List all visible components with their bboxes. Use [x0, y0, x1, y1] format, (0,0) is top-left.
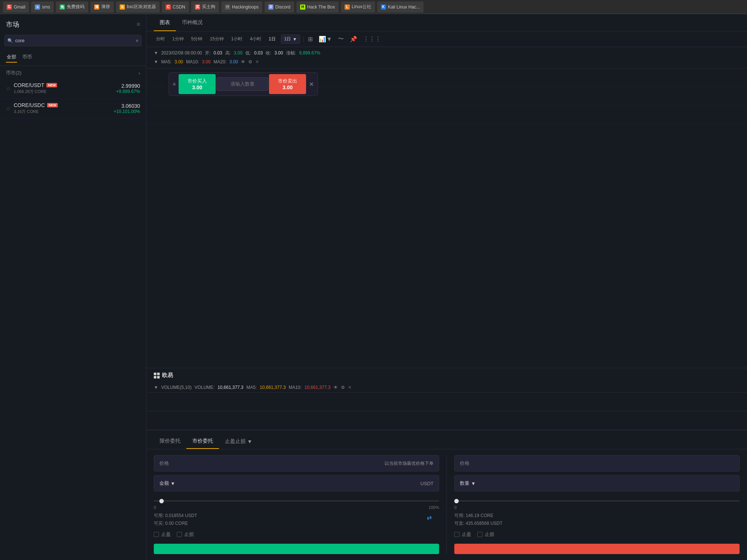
tab-maitugo[interactable]: 买 买土狗 — [191, 1, 219, 13]
sell-stop-profit-box[interactable] — [454, 532, 459, 537]
tab-sms[interactable]: s sms — [31, 1, 54, 13]
tab-csdn[interactable]: C CSDN — [162, 1, 189, 13]
tab-gmail[interactable]: G Gmail — [3, 1, 29, 13]
time-btn-1m[interactable]: 1分钟 — [170, 35, 186, 43]
vol-label: VOLUME(5,10) — [161, 385, 192, 390]
market-item-core-usdt[interactable]: ☆ CORE/USDT NEW 1,066.28万 CORE 2.99990 +… — [0, 79, 146, 99]
tab-chart[interactable]: 图表 — [154, 14, 176, 31]
buy-slider-track[interactable] — [154, 500, 439, 501]
tab-hackthebox[interactable]: H Hack The Box — [296, 1, 339, 13]
market-item-right-1: 2.99990 +9,899.67% — [116, 83, 140, 94]
tab-limit-order[interactable]: 限价委托 — [154, 435, 186, 449]
tab-bibi[interactable]: 币币 — [21, 52, 33, 63]
buy-amount-dropdown[interactable]: 金额 ▼ — [159, 480, 175, 487]
menu-icon[interactable]: ≡ — [137, 21, 140, 28]
tab-bsc[interactable]: b bsc区块浏览器 — [116, 1, 160, 13]
pin-icon[interactable]: 📌 — [348, 35, 359, 43]
market-item-left-1: CORE/USDT NEW 1,066.28万 CORE — [14, 82, 116, 94]
market-buy-button[interactable]: 市价买入 3.00 — [179, 74, 216, 94]
price-chevron-icon[interactable]: ▼ — [154, 49, 158, 57]
chevron-right-icon[interactable]: › — [139, 70, 140, 76]
candlestick-icon[interactable]: ⊞ — [306, 35, 314, 43]
sell-amount-dropdown[interactable]: 数量 ▼ — [460, 480, 476, 487]
tab-linuxgongshe[interactable]: L Linux公社 — [341, 1, 375, 13]
sell-slider-thumb[interactable] — [454, 499, 459, 503]
indicator-dropdown-icon[interactable]: 📊▼ — [317, 35, 333, 43]
market-sell-button[interactable]: 市价卖出 3.00 — [269, 74, 306, 94]
market-item-right-2: 3.06030 +10,101.00% — [114, 103, 140, 114]
tab-kali[interactable]: K Kali Linux Hac... — [377, 1, 424, 13]
market-price-2: 3.06030 — [114, 103, 140, 109]
vol-chevron-icon[interactable]: ▼ — [154, 385, 158, 390]
sell-stop-loss-box[interactable] — [477, 532, 482, 537]
exchange-icon[interactable]: ⇄ — [427, 514, 432, 521]
time-btn-1h[interactable]: 1小时 — [229, 35, 245, 43]
tab-all[interactable]: 全部 — [6, 52, 17, 63]
vol-eye-icon[interactable]: 👁 — [333, 385, 338, 390]
sell-slider-min: 0 — [454, 505, 456, 510]
sell-slider-track[interactable] — [454, 500, 740, 501]
buy-stop-profit-label: 止盈 — [161, 531, 171, 538]
time-btn-15m[interactable]: 15分钟 — [208, 35, 226, 43]
star-icon-2[interactable]: ☆ — [6, 106, 11, 111]
tab-hackingloops[interactable]: H Hackingloops — [221, 1, 262, 13]
market-item-core-usdc[interactable]: ☆ CORE/USDC NEW 3.16万 CORE 3.06030 +10,1… — [0, 99, 146, 119]
vol-ma5-label: MA5: — [246, 385, 257, 390]
buy-stop-loss-checkbox[interactable]: 止损 — [177, 531, 194, 538]
sell-stop-loss-checkbox[interactable]: 止损 — [477, 531, 494, 538]
content-tabs: 图表 币种概况 — [146, 14, 747, 31]
buy-stop-profit-box[interactable] — [154, 532, 159, 537]
ma5-value: 3.00 — [175, 58, 183, 66]
sell-cansell-info: 可卖: 435.658568 USDT — [454, 520, 740, 527]
settings-icon[interactable]: ⚙ — [248, 58, 252, 66]
buy-slider-container: 0 100% — [154, 495, 439, 513]
buy-action-button[interactable] — [154, 544, 439, 554]
more-icon[interactable]: ⋮⋮⋮ — [362, 35, 382, 43]
search-input[interactable] — [4, 35, 142, 46]
buy-stop-loss-box[interactable] — [177, 532, 182, 537]
tab-mianfei[interactable]: 免 免费接码 — [56, 1, 88, 13]
qty-input-panel[interactable]: 请输入数量 — [216, 77, 268, 91]
price-high-label: 高: — [225, 49, 231, 57]
tab-bing[interactable]: 薄 薄饼 — [90, 1, 114, 13]
vol-settings-icon[interactable]: ⚙ — [341, 385, 345, 390]
market-item-name-1: CORE/USDT NEW — [14, 82, 116, 88]
buy-avail-section: 可用: 0.018554 USDT 可买: 0.00 CORE ⇄ — [154, 513, 439, 527]
sell-price-field: 价格 — [454, 455, 740, 471]
time-btn-5m[interactable]: 5分钟 — [189, 35, 205, 43]
tab-market-order[interactable]: 市价委托 — [186, 435, 219, 449]
wave-icon[interactable]: 〜 — [336, 34, 345, 44]
star-icon[interactable]: ☆ — [6, 86, 11, 91]
price-date: 2023/02/08 08:00:00 — [161, 49, 202, 57]
tab-overview[interactable]: 币种概况 — [176, 14, 209, 31]
time-dropdown[interactable]: 1日 ▼ — [281, 34, 301, 44]
chevron-down-icon: ▼ — [292, 37, 297, 42]
sell-stop-profit-checkbox[interactable]: 止盈 — [454, 531, 471, 538]
time-btn-1d[interactable]: 1日 — [266, 35, 278, 43]
vol-close-icon[interactable]: ✕ — [348, 385, 352, 390]
price-info-bar: ▼ 2023/02/08 08:00:00 开: 0.03 高: 3.00 低:… — [146, 47, 747, 69]
ma-chevron-icon[interactable]: ▼ — [154, 58, 158, 66]
buy-stop-profit-checkbox[interactable]: 止盈 — [154, 531, 171, 538]
sell-avail-label: 可用: — [454, 513, 464, 518]
tab-discord[interactable]: D Discord — [265, 1, 294, 13]
buy-slider-thumb[interactable] — [159, 499, 164, 503]
time-btn-4h[interactable]: 4小时 — [248, 35, 263, 43]
ma-row: ▼ MA5: 3.00 MA10: 3.00 MA20: 3.00 👁 ⚙ ✕ — [154, 58, 740, 66]
tab-label-maitugo: 买土狗 — [202, 4, 215, 10]
time-btn-fen[interactable]: 分时 — [154, 35, 167, 43]
market-price-1: 2.99990 — [116, 83, 140, 89]
favicon-bsc: b — [120, 4, 125, 10]
trade-panel-close-icon[interactable]: ✕ — [307, 79, 316, 89]
eye-icon[interactable]: 👁 — [241, 58, 245, 66]
content-area: 图表 币种概况 分时 1分钟 5分钟 15分钟 1小时 4小时 1日 1日 ▼ … — [146, 14, 747, 560]
sell-amount-label: 数量 — [460, 480, 469, 487]
ma20-value: 3.00 — [229, 58, 238, 66]
sell-action-button[interactable] — [454, 544, 740, 554]
ma-close-icon[interactable]: ✕ — [255, 58, 259, 66]
sell-avail-info: 可用: 146.19 CORE — [454, 513, 740, 519]
tab-stop-order[interactable]: 止盈止损 ▼ — [219, 435, 258, 449]
trade-menu-icon[interactable]: ≡ — [170, 80, 178, 89]
buy-avail-value: 0.018554 USDT — [165, 513, 197, 518]
clear-icon[interactable]: × — [136, 38, 139, 44]
